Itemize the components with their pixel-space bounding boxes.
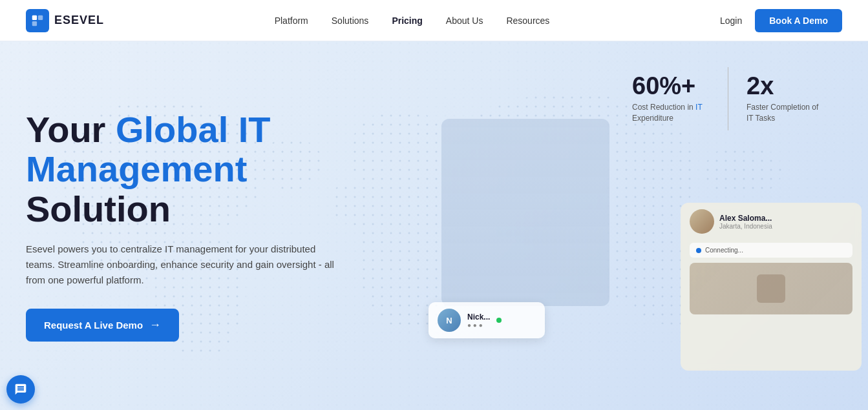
connecting-label: Connecting...: [705, 247, 743, 254]
logo-svg: [30, 14, 45, 28]
person-card: N Nick... ● ● ●: [429, 302, 545, 338]
headline-blue-1: Global IT: [116, 109, 271, 150]
online-dot: [496, 318, 502, 323]
person-initials: N: [446, 316, 452, 325]
nav-solutions[interactable]: Solutions: [332, 15, 369, 26]
login-button[interactable]: Login: [720, 15, 742, 26]
stat-label-2: Faster Completion of IT Tasks: [746, 102, 824, 124]
hero-content: Your Global IT Management Solution Eseve…: [26, 110, 336, 342]
connecting-dot: [696, 248, 701, 253]
nav-resources[interactable]: Resources: [506, 15, 549, 26]
person-avatar: N: [438, 309, 461, 332]
card-overlay: N Nick... ● ● ● Alex Saloma... Jakarta, …: [416, 106, 868, 390]
main-ui-card: [441, 119, 609, 306]
stat-cost-reduction: 60%+ Cost Reduction in IT Expenditure: [614, 67, 728, 130]
nav-links: Platform Solutions Pricing About Us Reso…: [275, 15, 550, 26]
chat-icon: [14, 383, 27, 396]
arrow-icon: →: [149, 318, 161, 332]
headline-part3: Solution: [26, 189, 171, 229]
hero-subtext: Esevel powers you to centralize IT manag…: [26, 241, 336, 288]
cta-button[interactable]: Request A Live Demo →: [26, 309, 179, 342]
stat-number-1: 60%+: [632, 74, 710, 98]
profile-avatar: [690, 209, 714, 234]
logo-text: ESEVEL: [54, 14, 104, 27]
nav-actions: Login Book A Demo: [720, 9, 842, 32]
profile-card-image: [690, 263, 852, 314]
nav-pricing[interactable]: Pricing: [392, 15, 422, 26]
navbar: ESEVEL Platform Solutions Pricing About …: [0, 0, 868, 41]
stat-faster-completion: 2x Faster Completion of IT Tasks: [728, 67, 842, 130]
cta-label: Request A Live Demo: [44, 320, 143, 331]
profile-name: Alex Saloma...: [719, 214, 772, 223]
chat-widget[interactable]: [6, 375, 35, 404]
connecting-badge: Connecting...: [690, 243, 852, 258]
stats-block: 60%+ Cost Reduction in IT Expenditure 2x…: [614, 67, 842, 130]
logo[interactable]: ESEVEL: [26, 9, 104, 32]
profile-location: Jakarta, Indonesia: [719, 223, 772, 230]
headline-blue-2: Management: [26, 149, 247, 189]
stat-label-1: Cost Reduction in IT Expenditure: [632, 102, 710, 124]
svg-rect-2: [38, 15, 43, 19]
logo-icon: [26, 9, 49, 32]
person-status-dots: ● ● ●: [467, 322, 490, 329]
profile-card: Alex Saloma... Jakarta, Indonesia Connec…: [681, 203, 862, 371]
svg-rect-1: [32, 21, 37, 25]
hero-headline: Your Global IT Management Solution: [26, 110, 336, 229]
hero-section: Your Global IT Management Solution Eseve…: [0, 41, 868, 410]
svg-rect-0: [32, 15, 37, 19]
person-info: Nick... ● ● ●: [467, 313, 490, 329]
profile-card-header: Alex Saloma... Jakarta, Indonesia: [681, 203, 862, 240]
book-demo-button[interactable]: Book A Demo: [755, 9, 842, 32]
profile-details: Alex Saloma... Jakarta, Indonesia: [719, 214, 772, 230]
person-name: Nick...: [467, 313, 490, 322]
nav-platform[interactable]: Platform: [275, 15, 308, 26]
nav-about[interactable]: About Us: [446, 15, 483, 26]
stat-number-2: 2x: [746, 74, 824, 98]
